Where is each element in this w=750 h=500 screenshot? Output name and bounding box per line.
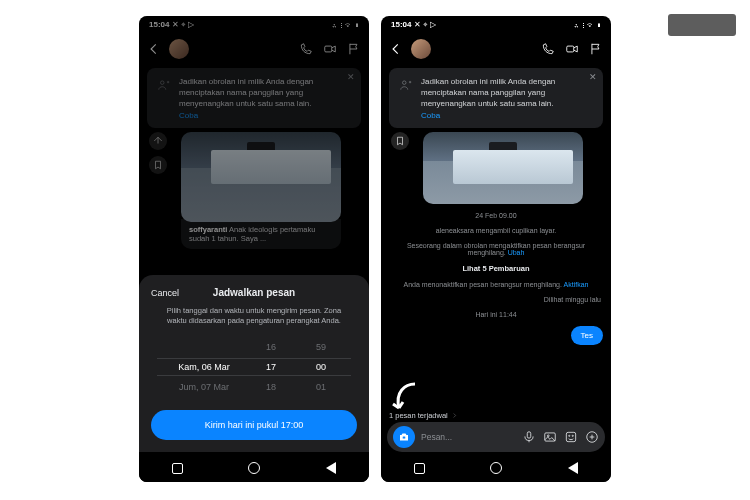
system-screenshot-taken: aleneaksara mengambil cuplikan layar.	[389, 227, 603, 234]
see-updates-link[interactable]: Lihat 5 Pembaruan	[389, 264, 603, 273]
svg-rect-2	[567, 46, 574, 52]
nav-back-icon[interactable]	[326, 462, 336, 474]
sheet-title: Jadwalkan pesan	[213, 287, 295, 298]
message-input[interactable]: Pesan...	[421, 432, 516, 442]
contact-name-redacted	[443, 43, 529, 55]
back-icon[interactable]	[389, 42, 403, 56]
flag-icon[interactable]	[589, 42, 603, 56]
phone-left: 15:04 ✕ ⌖ ▷ ⁂ ⋮ ᯤ ▮ Jadikan obrolan ini …	[139, 16, 369, 482]
android-navbar	[139, 454, 369, 482]
image-icon[interactable]	[543, 430, 557, 444]
seen-status: Dilihat minggu lalu	[391, 296, 601, 303]
svg-point-10	[572, 435, 573, 436]
system-disappearing-off: Anda menonaktifkan pesan berangsur mengh…	[389, 281, 603, 288]
svg-point-3	[403, 81, 407, 85]
message-bubble[interactable]: Tes	[571, 326, 603, 345]
phone-right: 15:04 ✕ ⌖ ▷ ⁂ ⋮ ᯤ ▮ Jadikan obrolan ini …	[381, 16, 611, 482]
nav-recent-icon[interactable]	[414, 463, 425, 474]
close-icon[interactable]: ✕	[589, 72, 597, 82]
status-bar: 15:04 ✕ ⌖ ▷ ⁂ ⋮ ᯤ ▮	[381, 16, 611, 34]
video-icon[interactable]	[565, 42, 579, 56]
svg-point-7	[547, 435, 549, 437]
activate-link[interactable]: Aktifkan	[564, 281, 589, 288]
nickname-suggestion-card: Jadikan obrolan ini milik Anda dengan me…	[389, 68, 603, 128]
svg-point-4	[403, 436, 406, 439]
timestamp: Hari ini 11:44	[389, 311, 603, 318]
nav-back-icon[interactable]	[568, 462, 578, 474]
svg-rect-8	[566, 432, 575, 441]
person-add-icon	[399, 78, 413, 92]
page-redacted-pill	[668, 14, 736, 36]
sheet-description: Pilih tanggal dan waktu untuk mengirim p…	[151, 306, 357, 326]
svg-point-9	[569, 435, 570, 436]
android-navbar	[381, 454, 611, 482]
nav-home-icon[interactable]	[490, 462, 502, 474]
shared-image[interactable]	[423, 132, 583, 204]
chevron-right-icon	[451, 412, 458, 419]
message-composer: Pesan...	[387, 422, 605, 452]
send-scheduled-button[interactable]: Kirim hari ini pukul 17:00	[151, 410, 357, 440]
bookmark-icon[interactable]	[391, 132, 409, 150]
scheduled-messages-strip[interactable]: 1 pesan terjadwal	[389, 411, 458, 420]
camera-button[interactable]	[393, 426, 415, 448]
svg-rect-5	[527, 432, 531, 438]
cancel-button[interactable]: Cancel	[151, 288, 179, 298]
suggestion-text: Jadikan obrolan ini milik Anda dengan me…	[421, 76, 593, 109]
nav-recent-icon[interactable]	[172, 463, 183, 474]
call-icon[interactable]	[541, 42, 555, 56]
nav-home-icon[interactable]	[248, 462, 260, 474]
sticker-icon[interactable]	[564, 430, 578, 444]
datetime-wheel[interactable]: Kam, 06 Mar Jum, 07 Mar 16 17 18 59 00 0…	[151, 336, 357, 398]
schedule-sheet: Cancel Jadwalkan pesan Pilih tanggal dan…	[139, 275, 369, 452]
change-link[interactable]: Ubah	[508, 249, 525, 256]
timestamp: 24 Feb 09.00	[389, 212, 603, 219]
try-link[interactable]: Coba	[421, 111, 593, 120]
chat-header	[381, 34, 611, 64]
system-disappearing-on: Seseorang dalam obrolan mengaktifkan pes…	[389, 242, 603, 256]
plus-icon[interactable]	[585, 430, 599, 444]
avatar[interactable]	[411, 39, 431, 59]
mic-icon[interactable]	[522, 430, 536, 444]
